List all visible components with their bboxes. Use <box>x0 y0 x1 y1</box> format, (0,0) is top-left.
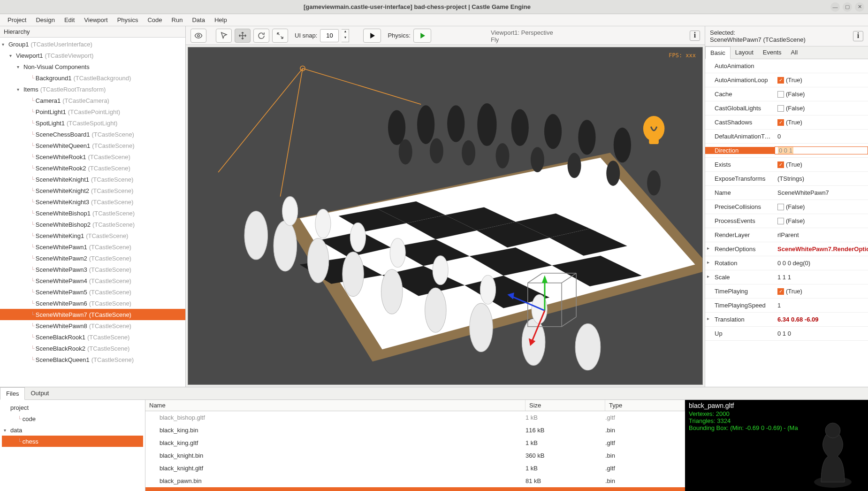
hierarchy-item-SceneWhitePawn1[interactable]: └SceneWhitePawn1(TCastleScene) <box>0 241 185 253</box>
menu-physics[interactable]: Physics <box>114 15 142 25</box>
prop-tab-all[interactable]: All <box>786 46 802 59</box>
prop-RenderOptions[interactable]: ▸RenderOptionsSceneWhitePawn7.RenderOpti… <box>705 242 868 256</box>
svg-point-47 <box>575 324 601 370</box>
hierarchy-item-SceneWhiteKnight2[interactable]: └SceneWhiteKnight2(TCastleScene) <box>0 185 185 196</box>
hierarchy-item-Background1[interactable]: └Background1(TCastleBackground) <box>0 72 185 84</box>
move-tool-button[interactable] <box>235 29 251 43</box>
folder-project[interactable]: project <box>2 402 143 413</box>
svg-point-34 <box>496 143 510 169</box>
prop-AutoAnimation[interactable]: AutoAnimation <box>705 59 868 73</box>
hierarchy-item-SceneWhiteRook1[interactable]: └SceneWhiteRook1(TCastleScene) <box>0 151 185 162</box>
prop-AutoAnimationLoop[interactable]: AutoAnimationLoop✓(True) <box>705 73 868 87</box>
hierarchy-item-SceneWhiteKnight3[interactable]: └SceneWhiteKnight3(TCastleScene) <box>0 196 185 207</box>
hierarchy-item-SceneBlackRook2[interactable]: └SceneBlackRook2(TCastleScene) <box>0 343 185 354</box>
prop-Translation[interactable]: ▸Translation6.34 0.68 -6.09 <box>705 313 868 327</box>
menu-viewport[interactable]: Viewport <box>80 15 111 25</box>
prop-tab-events[interactable]: Events <box>758 46 786 59</box>
prop-RenderLayer[interactable]: RenderLayerrlParent <box>705 228 868 242</box>
hierarchy-item-SceneWhiteKing1[interactable]: └SceneWhiteKing1(TCastleScene) <box>0 230 185 241</box>
bottom-tab-output[interactable]: Output <box>25 387 54 399</box>
bottom-tab-files[interactable]: Files <box>0 387 25 400</box>
menu-run[interactable]: Run <box>168 15 187 25</box>
hierarchy-tree[interactable]: ▾Group1(TCastleUserInterface)▾Viewport1(… <box>0 38 185 387</box>
folder-tree[interactable]: project└code▾data└chess <box>0 400 145 491</box>
menu-data[interactable]: Data <box>188 15 208 25</box>
hierarchy-item-Group1[interactable]: ▾Group1(TCastleUserInterface) <box>0 38 185 50</box>
hierarchy-item-SceneWhiteRook2[interactable]: └SceneWhiteRook2(TCastleScene) <box>0 162 185 174</box>
hierarchy-item-SceneWhitePawn4[interactable]: └SceneWhitePawn4(TCastleScene) <box>0 275 185 286</box>
scale-tool-button[interactable] <box>272 29 288 43</box>
menu-project[interactable]: Project <box>4 15 30 25</box>
prop-tab-layout[interactable]: Layout <box>731 46 758 59</box>
file-black_king.bin[interactable]: black_king.bin116 kB.bin <box>145 424 685 437</box>
prop-TimePlayingSpeed[interactable]: TimePlayingSpeed1 <box>705 299 868 313</box>
col-name[interactable]: Name <box>145 400 525 411</box>
file-preview: black_pawn.gltf Vertexes: 2000 Triangles… <box>685 400 868 491</box>
file-black_knight.gltf[interactable]: black_knight.gltf1 kB.gltf <box>145 462 685 475</box>
hierarchy-item-SceneWhitePawn7[interactable]: └SceneWhitePawn7(TCastleScene) <box>0 309 185 320</box>
show-hide-button[interactable] <box>190 29 206 43</box>
file-black_pawn.bin[interactable]: black_pawn.bin81 kB.bin <box>145 475 685 487</box>
play-button[interactable] <box>363 29 381 43</box>
hierarchy-item-PointLight1[interactable]: └PointLight1(TCastlePointLight) <box>0 106 185 117</box>
hierarchy-item-Items[interactable]: ▾Items(TCastleRootTransform) <box>0 84 185 95</box>
snap-stepper[interactable]: ▲▼ <box>342 29 349 42</box>
property-list[interactable]: AutoAnimationAutoAnimationLoop✓(True)Cac… <box>705 59 868 387</box>
physics-play-button[interactable] <box>413 29 431 43</box>
menu-code[interactable]: Code <box>144 15 166 25</box>
file-black_knight.bin[interactable]: black_knight.bin360 kB.bin <box>145 449 685 462</box>
prop-TimePlaying[interactable]: TimePlaying✓(True) <box>705 284 868 299</box>
hierarchy-item-SceneWhitePawn5[interactable]: └SceneWhitePawn5(TCastleScene) <box>0 286 185 298</box>
hierarchy-item-SceneWhitePawn2[interactable]: └SceneWhitePawn2(TCastleScene) <box>0 253 185 264</box>
prop-PreciseCollisions[interactable]: PreciseCollisions(False) <box>705 200 868 214</box>
hierarchy-item-SceneBlackQueen1[interactable]: └SceneBlackQueen1(TCastleScene) <box>0 354 185 365</box>
hierarchy-item-SpotLight1[interactable]: └SpotLight1(TCastleSpotLight) <box>0 117 185 129</box>
file-black_bishop.gltf[interactable]: black_bishop.gltf1 kB.gltf <box>145 411 685 424</box>
hierarchy-item-Camera1[interactable]: └Camera1(TCastleCamera) <box>0 95 185 106</box>
minimize-button[interactable]: — <box>830 2 840 12</box>
selected-info-button[interactable]: i <box>853 31 863 41</box>
prop-ExposeTransforms[interactable]: ExposeTransforms(TStrings) <box>705 172 868 186</box>
hierarchy-item-SceneWhiteBishop2[interactable]: └SceneWhiteBishop2(TCastleScene) <box>0 219 185 230</box>
hierarchy-item-Non-Visual Components[interactable]: ▾Non-Visual Components <box>0 61 185 72</box>
prop-CastShadows[interactable]: CastShadows✓(True) <box>705 115 868 130</box>
hierarchy-item-SceneBlackRook1[interactable]: └SceneBlackRook1(TCastleScene) <box>0 331 185 343</box>
prop-tab-basic[interactable]: Basic <box>705 46 731 59</box>
select-tool-button[interactable] <box>216 29 232 43</box>
viewport-3d[interactable]: FPS: xxx <box>188 47 703 385</box>
file-rows[interactable]: black_bishop.gltf1 kB.gltfblack_king.bin… <box>145 411 685 491</box>
info-button[interactable]: i <box>690 31 700 41</box>
close-button[interactable]: ✕ <box>855 2 864 12</box>
prop-Rotation[interactable]: ▸Rotation0 0 0 deg(0) <box>705 256 868 270</box>
prop-ProcessEvents[interactable]: ProcessEvents(False) <box>705 214 868 228</box>
prop-CastGlobalLights[interactable]: CastGlobalLights(False) <box>705 101 868 115</box>
hierarchy-item-SceneWhitePawn3[interactable]: └SceneWhitePawn3(TCastleScene) <box>0 264 185 275</box>
hierarchy-item-Viewport1[interactable]: ▾Viewport1(TCastleViewport) <box>0 50 185 61</box>
hierarchy-item-SceneWhiteQueen1[interactable]: └SceneWhiteQueen1(TCastleScene) <box>0 140 185 151</box>
folder-chess[interactable]: └chess <box>2 436 143 447</box>
prop-Direction[interactable]: Direction0 0 1 <box>705 144 868 158</box>
col-size[interactable]: Size <box>525 400 605 411</box>
file-black_pawn.gltf[interactable]: black_pawn.gltf1 kB.gltf <box>145 487 685 491</box>
prop-Cache[interactable]: Cache(False) <box>705 87 868 101</box>
rotate-tool-button[interactable] <box>253 29 269 43</box>
prop-Up[interactable]: Up0 1 0 <box>705 327 868 341</box>
prop-Name[interactable]: NameSceneWhitePawn7 <box>705 186 868 200</box>
hierarchy-item-SceneWhiteKnight1[interactable]: └SceneWhiteKnight1(TCastleScene) <box>0 174 185 185</box>
folder-code[interactable]: └code <box>2 413 143 424</box>
prop-Exists[interactable]: Exists✓(True) <box>705 158 868 172</box>
folder-data[interactable]: ▾data <box>2 424 143 436</box>
file-black_king.gltf[interactable]: black_king.gltf1 kB.gltf <box>145 437 685 449</box>
menu-help[interactable]: Help <box>211 15 231 25</box>
maximize-button[interactable]: ▢ <box>843 2 852 12</box>
hierarchy-item-SceneWhiteBishop1[interactable]: └SceneWhiteBishop1(TCastleScene) <box>0 207 185 219</box>
snap-input[interactable] <box>320 29 339 42</box>
menu-edit[interactable]: Edit <box>61 15 78 25</box>
col-type[interactable]: Type <box>605 400 685 411</box>
hierarchy-item-SceneWhitePawn8[interactable]: └SceneWhitePawn8(TCastleScene) <box>0 320 185 331</box>
prop-Scale[interactable]: ▸Scale1 1 1 <box>705 270 868 284</box>
menu-design[interactable]: Design <box>32 15 58 25</box>
prop-DefaultAnimationTransition[interactable]: DefaultAnimationTransition0 <box>705 130 868 144</box>
hierarchy-item-SceneWhitePawn6[interactable]: └SceneWhitePawn6(TCastleScene) <box>0 298 185 309</box>
hierarchy-item-SceneChessBoard1[interactable]: └SceneChessBoard1(TCastleScene) <box>0 129 185 140</box>
